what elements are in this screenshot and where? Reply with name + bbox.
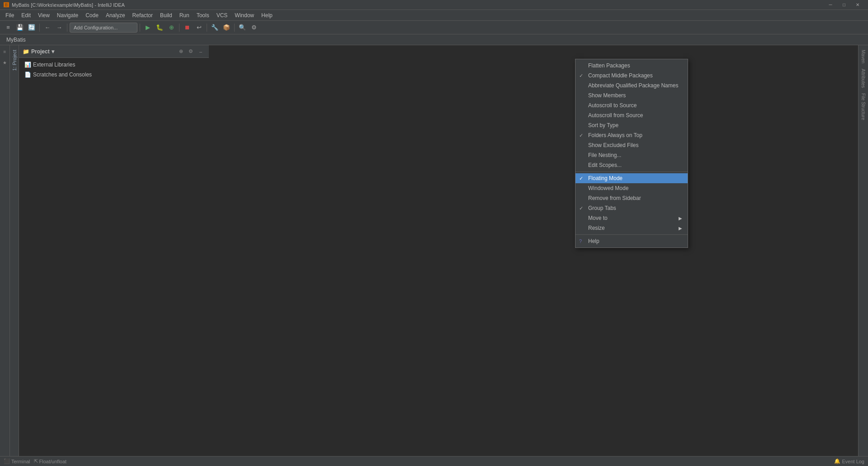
left-sidebar-icon-2[interactable]: ★ (0, 58, 9, 67)
project-tab-label[interactable]: 1: Project (10, 47, 19, 73)
ctx-help[interactable]: ? Help (576, 236, 688, 246)
tab-bar: MyBatis (0, 34, 868, 45)
event-log-icon: 🔔 (834, 458, 840, 464)
menu-refactor[interactable]: Refactor (129, 10, 156, 21)
terminal-icon: ⬛ (4, 458, 10, 464)
menu-file[interactable]: File (2, 10, 18, 21)
ctx-move-to[interactable]: Move to ▶ (576, 213, 688, 223)
ctx-group-tabs[interactable]: ✓ Group Tabs (576, 203, 688, 213)
menu-edit[interactable]: Edit (18, 10, 34, 21)
toolbar-sep-2 (67, 24, 67, 32)
ctx-folders-check: ✓ (579, 133, 583, 138)
ctx-abbreviate[interactable]: Abbreviate Qualified Package Names (576, 81, 688, 90)
settings-button[interactable]: ⚙ (249, 22, 259, 33)
title-bar: 🅱 MyBatis [C:\Works\example\MyBatis] - I… (0, 0, 868, 10)
ctx-resize-arrow: ▶ (679, 226, 682, 231)
main-layout: ≡ ★ 1: Project 📁 Project ▾ ⊕ ⚙ – (0, 45, 868, 456)
menu-vcs[interactable]: VCS (213, 10, 231, 21)
folder-icon: 📁 (23, 48, 29, 55)
debug-button[interactable]: 🐛 (154, 22, 165, 33)
locate-icon[interactable]: ⊕ (176, 47, 185, 56)
ctx-compact-middle[interactable]: ✓ Compact Middle Packages (576, 71, 688, 81)
toolbar: ≡ 💾 🔄 ← → Add Configuration... ▶ 🐛 ⊕ ⏹ ↩… (0, 21, 868, 34)
left-panel: 1: Project 📁 Project ▾ ⊕ ⚙ – 📊 External … (10, 45, 209, 456)
ctx-sep-1 (576, 171, 688, 172)
ctx-file-nesting[interactable]: File Nesting... (576, 150, 688, 160)
vertical-tab-project: 1: Project (10, 45, 19, 456)
toolbar-sep-4 (179, 24, 179, 32)
right-vtab-maven[interactable]: Maven (859, 47, 867, 66)
ctx-folders-top[interactable]: ✓ Folders Always on Top (576, 130, 688, 140)
ctx-edit-scopes[interactable]: Edit Scopes... (576, 160, 688, 170)
event-log-button[interactable]: 🔔 Event Log (834, 458, 864, 464)
settings-gear-icon[interactable]: ⚙ (186, 47, 195, 56)
maximize-button[interactable]: □ (837, 0, 851, 10)
left-sidebar: ≡ ★ (0, 45, 10, 456)
toolbar-forward-icon[interactable]: → (54, 22, 65, 33)
project-panel: 📁 Project ▾ ⊕ ⚙ – 📊 External Libraries 📄 (19, 45, 209, 456)
menu-build[interactable]: Build (156, 10, 176, 21)
ctx-move-arrow: ▶ (679, 216, 682, 221)
ctx-remove-sidebar[interactable]: Remove from Sidebar (576, 193, 688, 203)
search-everywhere-button[interactable]: 🔍 (237, 22, 248, 33)
float-icon: ⇱ (34, 458, 38, 464)
right-vtab-attributes[interactable]: Attributes (859, 66, 867, 90)
toolbar-menu-icon[interactable]: ≡ (3, 22, 14, 33)
menu-code[interactable]: Code (82, 10, 102, 21)
terminal-button[interactable]: ⬛ Terminal (4, 458, 30, 464)
ctx-autoscroll-to[interactable]: Autoscroll to Source (576, 100, 688, 110)
right-sidebar: Maven Attributes File Structure (858, 45, 868, 456)
bottom-bar: ⬛ Terminal ⇱ Float/unfloat 🔔 Event Log (0, 456, 868, 466)
toolbar-back-icon[interactable]: ← (42, 22, 53, 33)
run-button[interactable]: ▶ (142, 22, 153, 33)
toolbar-sync-icon[interactable]: 🔄 (26, 22, 37, 33)
toolbar-save-icon[interactable]: 💾 (14, 22, 25, 33)
menu-analyze[interactable]: Analyze (102, 10, 129, 21)
menu-navigate[interactable]: Navigate (53, 10, 82, 21)
run-config-dropdown[interactable]: Add Configuration... (70, 23, 137, 33)
menu-bar: File Edit View Navigate Code Analyze Ref… (0, 10, 868, 21)
project-panel-header: 📁 Project ▾ ⊕ ⚙ – (19, 45, 209, 58)
toolbar-sep-3 (140, 24, 140, 32)
project-dropdown-icon[interactable]: ▾ (52, 48, 54, 55)
toolbar-sep-5 (207, 24, 207, 32)
menu-run[interactable]: Run (176, 10, 193, 21)
app-icon: 🅱 (4, 2, 9, 8)
window-title: MyBatis [C:\Works\example\MyBatis] - Int… (12, 2, 824, 8)
float-unfloat-button[interactable]: ⇱ Float/unfloat (34, 458, 67, 464)
left-sidebar-icon-1[interactable]: ≡ (0, 47, 9, 56)
context-menu: Flatten Packages ✓ Compact Middle Packag… (575, 59, 688, 248)
ctx-floating-mode[interactable]: ✓ Floating Mode (576, 173, 688, 183)
ctx-autoscroll-from[interactable]: Autoscroll from Source (576, 110, 688, 120)
ctx-flatten-packages[interactable]: Flatten Packages (576, 61, 688, 71)
ctx-sort-by-type[interactable]: Sort by Type (576, 120, 688, 130)
sdk-button[interactable]: 📦 (221, 22, 232, 33)
ctx-show-excluded[interactable]: Show Excluded Files (576, 140, 688, 150)
toolbar-sep-1 (39, 24, 40, 32)
project-panel-toolbar: ⊕ ⚙ – (176, 47, 205, 56)
ctx-windowed-mode[interactable]: Windowed Mode (576, 183, 688, 193)
menu-view[interactable]: View (34, 10, 53, 21)
run-coverage-button[interactable]: ⊕ (166, 22, 177, 33)
ctx-resize[interactable]: Resize ▶ (576, 223, 688, 233)
stop-button[interactable]: ⏹ (182, 22, 193, 33)
right-vtab-file-structure[interactable]: File Structure (859, 90, 867, 123)
menu-tools[interactable]: Tools (193, 10, 213, 21)
ctx-group-check: ✓ (579, 205, 583, 211)
toolbar-sep-6 (234, 24, 235, 32)
minimize-button[interactable]: ─ (824, 0, 837, 10)
project-tree: 📊 External Libraries 📄 Scratches and Con… (19, 58, 209, 456)
tree-item-scratches[interactable]: 📄 Scratches and Consoles (19, 70, 209, 80)
build-button[interactable]: 🔧 (209, 22, 220, 33)
rerun-button[interactable]: ↩ (193, 22, 204, 33)
menu-help[interactable]: Help (258, 10, 276, 21)
window-controls: ─ □ ✕ (824, 0, 864, 10)
ctx-compact-check: ✓ (579, 73, 583, 79)
ctx-floating-check: ✓ (579, 176, 583, 181)
tree-item-external-libraries[interactable]: 📊 External Libraries (19, 60, 209, 70)
collapse-icon[interactable]: – (196, 47, 205, 56)
ctx-help-icon: ? (579, 238, 582, 244)
menu-window[interactable]: Window (231, 10, 258, 21)
ctx-show-members[interactable]: Show Members (576, 90, 688, 100)
close-button[interactable]: ✕ (851, 0, 864, 10)
